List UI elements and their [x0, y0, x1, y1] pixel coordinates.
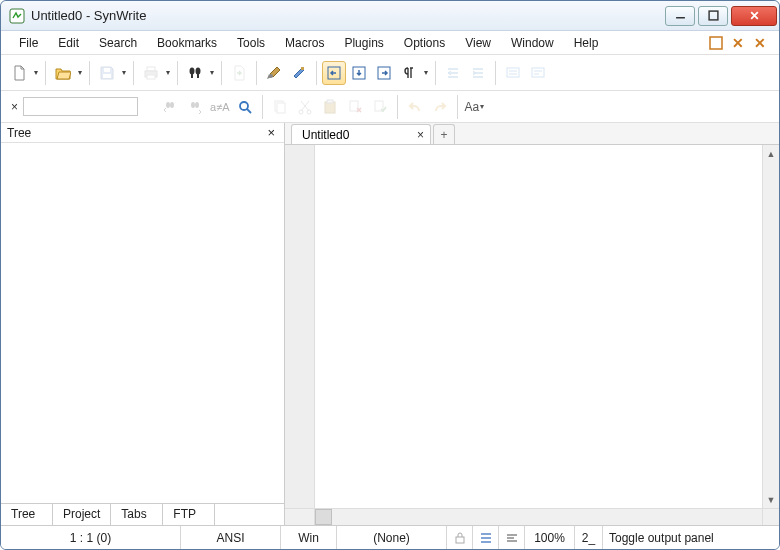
minimize-button[interactable] — [665, 6, 695, 26]
wrap-down-button[interactable] — [347, 61, 371, 85]
copy-button[interactable] — [268, 95, 292, 119]
tree-panel-header: Tree × — [1, 123, 284, 143]
scroll-down-icon[interactable]: ▼ — [763, 491, 779, 508]
maximize-editor-icon[interactable] — [708, 35, 724, 51]
maximize-button[interactable] — [698, 6, 728, 26]
status-lineend[interactable]: Win — [281, 526, 337, 549]
wrap-right-button[interactable] — [372, 61, 396, 85]
svg-point-20 — [191, 102, 195, 108]
find-next-button[interactable] — [183, 95, 207, 119]
scroll-up-icon[interactable]: ▲ — [763, 145, 779, 162]
app-icon — [9, 8, 25, 24]
svg-rect-3 — [710, 37, 722, 49]
status-syntax[interactable]: (None) — [337, 526, 447, 549]
hscroll-thumb[interactable] — [315, 509, 332, 525]
menu-options[interactable]: Options — [394, 33, 455, 53]
undo-button[interactable] — [403, 95, 427, 119]
tree-body[interactable] — [1, 143, 284, 503]
search-input[interactable] — [23, 97, 138, 116]
font-size-label: Aa — [465, 100, 480, 114]
pilcrow-dropdown[interactable] — [422, 61, 430, 85]
status-hint: Toggle output panel — [603, 526, 779, 549]
open-file-button[interactable] — [51, 61, 75, 85]
close-button[interactable] — [731, 6, 777, 26]
menu-window[interactable]: Window — [501, 33, 564, 53]
paste-button[interactable] — [318, 95, 342, 119]
search-close-button[interactable]: × — [7, 100, 22, 114]
status-encoding[interactable]: ANSI — [181, 526, 281, 549]
vertical-scrollbar[interactable]: ▲ ▼ — [762, 145, 779, 508]
tab-ftp[interactable]: FTP — [163, 504, 215, 525]
tools-icon[interactable]: ✕ — [752, 35, 768, 51]
editor-panel: Untitled0 × + ▲ ▼ — [285, 123, 779, 525]
redo-button[interactable] — [428, 95, 452, 119]
uncomment-button[interactable] — [526, 61, 550, 85]
svg-point-19 — [170, 102, 174, 108]
print-dropdown[interactable] — [164, 61, 172, 85]
menu-edit[interactable]: Edit — [48, 33, 89, 53]
file-tab-close[interactable]: × — [417, 128, 424, 142]
close-all-icon[interactable]: ✕ — [730, 35, 746, 51]
menu-tools[interactable]: Tools — [227, 33, 275, 53]
select-all-button[interactable] — [368, 95, 392, 119]
tree-panel-title: Tree — [7, 126, 264, 140]
settings-button[interactable] — [262, 61, 286, 85]
svg-point-21 — [195, 102, 199, 108]
comment-button[interactable] — [501, 61, 525, 85]
goto-button[interactable] — [227, 61, 251, 85]
menu-help[interactable]: Help — [564, 33, 609, 53]
horizontal-scrollbar[interactable] — [285, 508, 779, 525]
svg-rect-2 — [709, 11, 718, 20]
magnifier-button[interactable] — [233, 95, 257, 119]
find-dropdown[interactable] — [208, 61, 216, 85]
lock-icon[interactable] — [447, 526, 473, 549]
font-size-button[interactable]: Aa▾ — [463, 100, 487, 114]
menu-plugins[interactable]: Plugins — [334, 33, 393, 53]
menu-macros[interactable]: Macros — [275, 33, 334, 53]
options-button[interactable] — [287, 61, 311, 85]
left-panel: Tree × Tree Project Tabs FTP — [1, 123, 285, 525]
new-file-button[interactable] — [7, 61, 31, 85]
tab-tabs[interactable]: Tabs — [111, 504, 163, 525]
statusbar: 1 : 1 (0) ANSI Win (None) 100% 2_ Toggle… — [1, 525, 779, 549]
window-title: Untitled0 - SynWrite — [31, 8, 662, 23]
file-tab-untitled0[interactable]: Untitled0 × — [291, 124, 431, 144]
new-file-dropdown[interactable] — [32, 61, 40, 85]
toolbar-main — [1, 55, 779, 91]
print-button[interactable] — [139, 61, 163, 85]
cut-button[interactable] — [293, 95, 317, 119]
wrap-left-button[interactable] — [322, 61, 346, 85]
tree-panel-close[interactable]: × — [264, 125, 278, 140]
status-mode[interactable]: 2_ — [575, 526, 603, 549]
delete-button[interactable] — [343, 95, 367, 119]
menu-view[interactable]: View — [455, 33, 501, 53]
open-file-dropdown[interactable] — [76, 61, 84, 85]
case-toggle[interactable]: a≠A — [208, 101, 232, 113]
tab-tree[interactable]: Tree — [1, 504, 53, 525]
svg-rect-27 — [325, 102, 335, 113]
svg-rect-8 — [147, 75, 155, 79]
menu-search[interactable]: Search — [89, 33, 147, 53]
svg-point-22 — [240, 102, 248, 110]
save-button[interactable] — [95, 61, 119, 85]
find-prev-button[interactable] — [158, 95, 182, 119]
new-tab-button[interactable]: + — [433, 124, 455, 144]
left-panel-tabs: Tree Project Tabs FTP — [1, 503, 284, 525]
menu-bookmarks[interactable]: Bookmarks — [147, 33, 227, 53]
pilcrow-button[interactable] — [397, 61, 421, 85]
status-zoom[interactable]: 100% — [525, 526, 575, 549]
menubar: File Edit Search Bookmarks Tools Macros … — [1, 31, 779, 55]
wrap-icon[interactable] — [499, 526, 525, 549]
svg-rect-6 — [147, 67, 155, 71]
titlebar: Untitled0 - SynWrite — [1, 1, 779, 31]
svg-rect-24 — [277, 103, 285, 113]
save-dropdown[interactable] — [120, 61, 128, 85]
unindent-button[interactable] — [441, 61, 465, 85]
lines-icon[interactable] — [473, 526, 499, 549]
menu-file[interactable]: File — [9, 33, 48, 53]
editor-area[interactable] — [315, 145, 762, 508]
indent-button[interactable] — [466, 61, 490, 85]
svg-rect-4 — [103, 74, 111, 78]
find-button[interactable] — [183, 61, 207, 85]
tab-project[interactable]: Project — [53, 504, 111, 525]
